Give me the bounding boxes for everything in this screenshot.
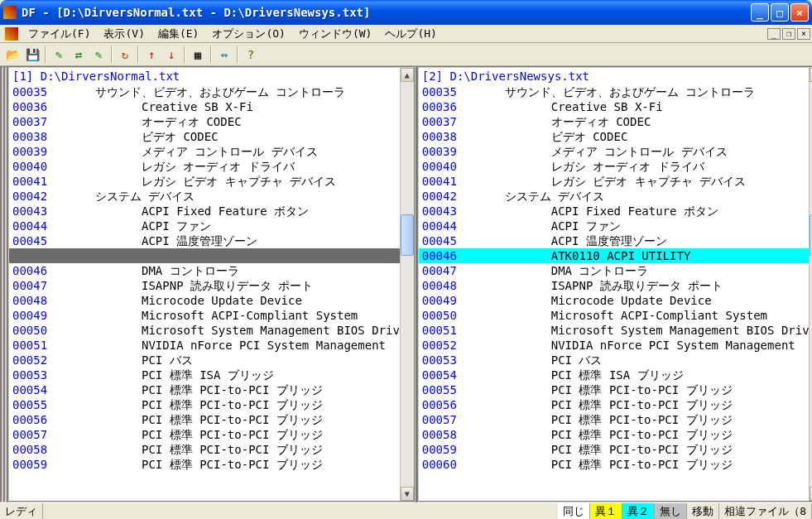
status-ready: レディ bbox=[0, 503, 43, 520]
text-line[interactable]: 00054PCI 標準 PCI-to-PCI ブリッジ bbox=[9, 382, 414, 397]
minimize-button[interactable]: _ bbox=[751, 3, 769, 22]
text-line[interactable]: 00040レガシ オーディオ ドライバ bbox=[419, 159, 812, 174]
text-line[interactable]: 00057PCI 標準 PCI-to-PCI ブリッジ bbox=[9, 427, 414, 442]
mdi-icon[interactable] bbox=[5, 27, 18, 41]
tool-down-icon[interactable]: ↓ bbox=[162, 46, 180, 64]
mdi-restore-button[interactable]: ❐ bbox=[782, 28, 795, 40]
window-title: DF - [D:\DirversNormal.txt - D:\DriversN… bbox=[22, 6, 751, 19]
text-line[interactable]: 00045ACPI 温度管理ゾーン bbox=[419, 233, 812, 248]
menu-view[interactable]: 表示(V) bbox=[97, 25, 151, 43]
menu-window[interactable]: ウィンドウ(W) bbox=[292, 25, 378, 43]
text-line[interactable]: 00036Creative SB X-Fi bbox=[9, 99, 414, 114]
text-line[interactable]: 00056PCI 標準 PCI-to-PCI ブリッジ bbox=[9, 412, 414, 427]
app-icon bbox=[3, 6, 17, 19]
text-line[interactable]: 00040レガシ オーディオ ドライバ bbox=[9, 159, 414, 174]
text-line[interactable]: 00035サウンド、ビデオ、およびゲーム コントローラ bbox=[419, 84, 812, 99]
text-line[interactable]: 00038ビデオ CODEC bbox=[419, 129, 812, 144]
text-line[interactable]: 00053PCI 標準 ISA ブリッジ bbox=[9, 368, 414, 382]
text-line[interactable]: 00038ビデオ CODEC bbox=[9, 129, 414, 144]
left-vscroll[interactable]: ▲ ▼ bbox=[400, 68, 414, 501]
tool-refresh-icon[interactable]: ↻ bbox=[116, 46, 134, 64]
text-line[interactable]: 00057PCI 標準 PCI-to-PCI ブリッジ bbox=[419, 412, 812, 427]
left-pane-path: [1] D:\DirversNormal.txt bbox=[12, 70, 180, 83]
text-line[interactable]: 00044ACPI ファン bbox=[9, 219, 414, 233]
text-line[interactable]: 00035サウンド、ビデオ、およびゲーム コントローラ bbox=[9, 84, 414, 99]
text-line[interactable]: 00036Creative SB X-Fi bbox=[419, 99, 812, 114]
text-line[interactable]: 00058PCI 標準 PCI-to-PCI ブリッジ bbox=[419, 427, 812, 442]
right-pane-path: [2] D:\DriversNewsys.txt bbox=[422, 70, 589, 83]
left-text-area[interactable]: 00035サウンド、ビデオ、およびゲーム コントローラ00036Creative… bbox=[9, 84, 414, 501]
text-line[interactable]: 00041レガシ ビデオ キャプチャ デバイス bbox=[419, 174, 812, 189]
text-line[interactable]: 00042システム デバイス bbox=[419, 189, 812, 204]
status-move: 移動 bbox=[687, 503, 719, 520]
text-line[interactable]: 00046DMA コントローラ bbox=[9, 263, 414, 278]
close-button[interactable]: × bbox=[790, 3, 809, 22]
tool-edit-right-icon[interactable]: ✎ bbox=[89, 46, 108, 64]
tool-save-icon[interactable]: 💾 bbox=[23, 46, 41, 64]
menu-edit[interactable]: 編集(E) bbox=[151, 25, 205, 43]
scroll-up-icon[interactable]: ▲ bbox=[401, 68, 414, 82]
tool-help-icon[interactable]: ? bbox=[242, 46, 260, 64]
text-line[interactable]: 00045ACPI 温度管理ゾーン bbox=[9, 233, 414, 248]
right-vscroll[interactable]: ▲ ▼ bbox=[809, 68, 812, 501]
tool-edit-left-icon[interactable]: ✎ bbox=[50, 46, 68, 64]
tool-open-icon[interactable]: 📂 bbox=[3, 46, 22, 64]
text-line[interactable]: 00051NVIDIA nForce PCI System Management bbox=[9, 338, 414, 353]
left-pane: [1] D:\DirversNormal.txt 00035サウンド、ビデオ、お… bbox=[7, 66, 416, 502]
text-line[interactable] bbox=[9, 248, 414, 263]
right-pane: [2] D:\DriversNewsys.txt 00035サウンド、ビデオ、お… bbox=[417, 66, 812, 502]
text-line[interactable]: 00043ACPI Fixed Feature ボタン bbox=[9, 204, 414, 219]
text-line[interactable]: 00059PCI 標準 PCI-to-PCI ブリッジ bbox=[9, 457, 414, 472]
text-line[interactable]: 00060PCI 標準 PCI-to-PCI ブリッジ bbox=[419, 457, 812, 472]
tool-compare-icon[interactable]: ▦ bbox=[189, 46, 207, 64]
menubar: ファイル(F) 表示(V) 編集(E) オプション(O) ウィンドウ(W) ヘル… bbox=[0, 25, 812, 43]
text-line[interactable]: 00047DMA コントローラ bbox=[419, 263, 812, 278]
text-line[interactable]: 00049Microcode Update Device bbox=[419, 293, 812, 308]
workspace: [1] D:\DirversNormal.txt 00035サウンド、ビデオ、お… bbox=[0, 66, 812, 502]
mdi-minimize-button[interactable]: _ bbox=[767, 28, 781, 40]
menu-file[interactable]: ファイル(F) bbox=[22, 25, 97, 43]
maximize-button[interactable]: □ bbox=[771, 3, 789, 22]
text-line[interactable]: 00048ISAPNP 読み取りデータ ポート bbox=[419, 278, 812, 293]
titlebar[interactable]: DF - [D:\DirversNormal.txt - D:\DriversN… bbox=[0, 0, 812, 25]
text-line[interactable]: 00039メディア コントロール デバイス bbox=[419, 144, 812, 159]
text-line[interactable]: 00047ISAPNP 読み取りデータ ポート bbox=[9, 278, 414, 293]
tool-up-icon[interactable]: ↑ bbox=[142, 46, 161, 64]
text-line[interactable]: 00056PCI 標準 PCI-to-PCI ブリッジ bbox=[419, 397, 812, 412]
status-none: 無し bbox=[655, 503, 687, 520]
text-line[interactable]: 00051Microsoft System Management BIOS Dr… bbox=[419, 323, 812, 338]
status-diff2: 異２ bbox=[622, 503, 655, 520]
text-line[interactable]: 00044ACPI ファン bbox=[419, 219, 812, 233]
text-line[interactable]: 00052NVIDIA nForce PCI System Management bbox=[419, 338, 812, 353]
text-line[interactable]: 00052PCI バス bbox=[9, 353, 414, 368]
text-line[interactable]: 00054PCI 標準 ISA ブリッジ bbox=[419, 368, 812, 382]
status-difffile: 相違ファイル（8 bbox=[719, 503, 812, 520]
text-line[interactable]: 00037オーディオ CODEC bbox=[419, 114, 812, 129]
right-pane-title: [2] D:\DriversNewsys.txt bbox=[419, 68, 812, 84]
tool-both-icon[interactable]: ⇔ bbox=[215, 46, 233, 64]
text-line[interactable]: 00050Microsoft ACPI-Compliant System bbox=[419, 308, 812, 323]
menu-option[interactable]: オプション(O) bbox=[205, 25, 291, 43]
text-line[interactable]: 00041レガシ ビデオ キャプチャ デバイス bbox=[9, 174, 414, 189]
status-same: 同じ bbox=[558, 503, 590, 520]
text-line[interactable]: 00039メディア コントロール デバイス bbox=[9, 144, 414, 159]
text-line[interactable]: 00055PCI 標準 PCI-to-PCI ブリッジ bbox=[9, 397, 414, 412]
text-line[interactable]: 00042システム デバイス bbox=[9, 189, 414, 204]
text-line[interactable]: 00059PCI 標準 PCI-to-PCI ブリッジ bbox=[419, 442, 812, 457]
tool-swap-icon[interactable]: ⇄ bbox=[70, 46, 88, 64]
menu-help[interactable]: ヘルプ(H) bbox=[378, 25, 443, 43]
text-line[interactable]: 00050Microsoft System Management BIOS Dr… bbox=[9, 323, 414, 338]
mdi-close-button[interactable]: × bbox=[797, 28, 810, 40]
text-line[interactable]: 00055PCI 標準 PCI-to-PCI ブリッジ bbox=[419, 382, 812, 397]
text-line[interactable]: 00049Microsoft ACPI-Compliant System bbox=[9, 308, 414, 323]
text-line[interactable]: 00048Microcode Update Device bbox=[9, 293, 414, 308]
statusbar: レディ 同じ 異１ 異２ 無し 移動 相違ファイル（8 bbox=[0, 502, 812, 519]
right-text-area[interactable]: 00035サウンド、ビデオ、およびゲーム コントローラ00036Creative… bbox=[419, 84, 812, 501]
text-line[interactable]: 00043ACPI Fixed Feature ボタン bbox=[419, 204, 812, 219]
text-line[interactable]: 00046ATK0110 ACPI UTILITY bbox=[419, 248, 812, 263]
text-line[interactable]: 00037オーディオ CODEC bbox=[9, 114, 414, 129]
overview-strip-right[interactable] bbox=[3, 66, 7, 502]
scroll-down-icon[interactable]: ▼ bbox=[401, 487, 414, 501]
text-line[interactable]: 00053PCI バス bbox=[419, 353, 812, 368]
text-line[interactable]: 00058PCI 標準 PCI-to-PCI ブリッジ bbox=[9, 442, 414, 457]
